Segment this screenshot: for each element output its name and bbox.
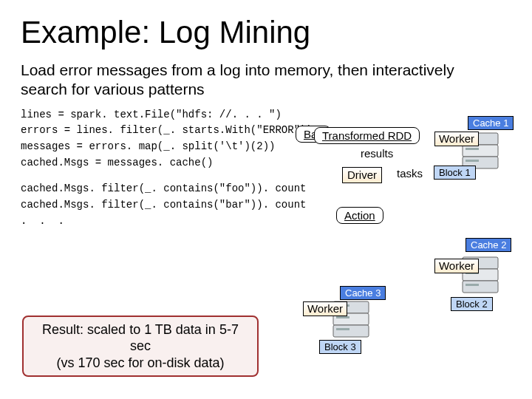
block-1: Block 1 <box>434 166 476 180</box>
cache-2: Cache 2 <box>466 238 511 252</box>
code-line: . . . <box>21 214 511 230</box>
worker-node-2: Worker <box>434 259 479 273</box>
result-line-2: (vs 170 sec for on-disk data) <box>31 355 250 372</box>
code-line: cached.Msgs. filter(_. contains("foo")).… <box>21 181 511 197</box>
svg-rect-11 <box>466 284 479 286</box>
action-label: Action <box>336 207 383 224</box>
svg-rect-16 <box>336 316 349 318</box>
code-line: lines = spark. text.File("hdfs: //. . . … <box>21 107 511 123</box>
slide-subtitle: Load error messages from a log into memo… <box>21 61 464 100</box>
block-2: Block 2 <box>451 297 493 311</box>
results-text: results <box>361 147 393 160</box>
worker-node-1: Worker <box>434 132 479 146</box>
cache-1: Cache 1 <box>468 116 514 130</box>
slide-title: Example: Log Mining <box>21 15 511 50</box>
svg-rect-5 <box>466 160 479 162</box>
driver-node: Driver <box>342 167 382 183</box>
block-3: Block 3 <box>319 340 361 354</box>
code-line: cached.Msgs. filter(_. contains("bar")).… <box>21 197 511 214</box>
worker-node-3: Worker <box>303 301 347 316</box>
svg-rect-8 <box>463 281 498 293</box>
svg-rect-14 <box>333 325 369 337</box>
svg-rect-17 <box>336 328 349 330</box>
svg-rect-4 <box>466 148 479 150</box>
svg-rect-1 <box>463 145 498 157</box>
result-box: Result: scaled to 1 TB data in 5-7 sec (… <box>22 316 259 378</box>
cache-3: Cache 3 <box>340 286 386 300</box>
tasks-text: tasks <box>397 167 423 180</box>
transformed-rdd-label: Transformed RDD <box>314 127 420 144</box>
result-line-1: Result: scaled to 1 TB data in 5-7 sec <box>31 321 250 355</box>
